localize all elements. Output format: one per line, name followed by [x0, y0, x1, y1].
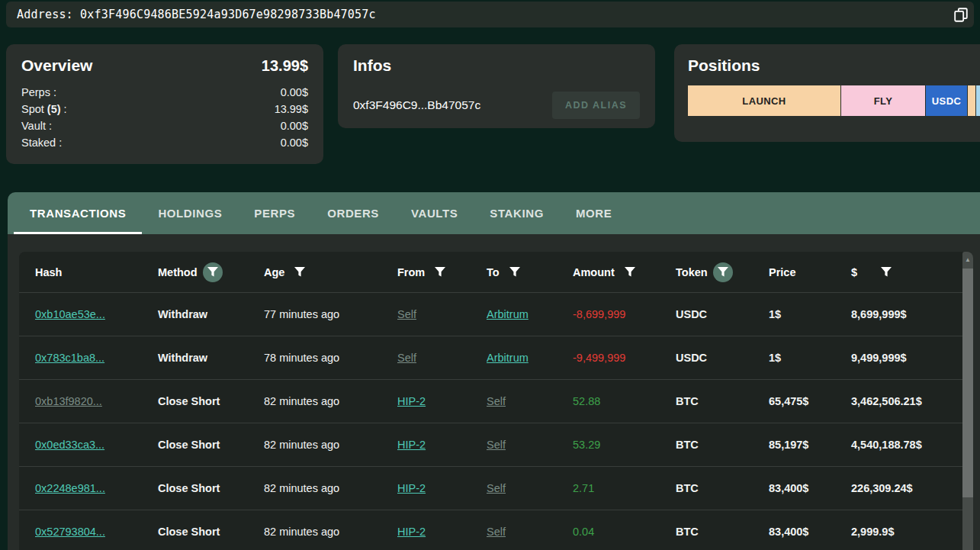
overview-row-perps: Perps : 0.00$: [21, 84, 308, 101]
tab-transactions[interactable]: TRANSACTIONS: [14, 192, 142, 234]
tx-amount: -8,699,999: [573, 308, 676, 320]
tx-from-link[interactable]: Self: [397, 308, 416, 320]
tx-to-link[interactable]: Self: [487, 526, 506, 538]
col-usd: $: [851, 266, 857, 278]
tab-staking[interactable]: STAKING: [474, 192, 560, 234]
position-segment-usdc[interactable]: USDC: [926, 85, 968, 116]
col-amount: Amount: [573, 266, 615, 278]
tx-age: 82 minutes ago: [264, 439, 397, 451]
overview-total-value: 13.99$: [262, 57, 308, 75]
table-row: 0x2248e981... Close Short 82 minutes ago…: [19, 466, 973, 510]
position-segment-extra2[interactable]: [976, 85, 980, 116]
tx-token: BTC: [676, 395, 769, 407]
table-row: 0x52793804... Close Short 82 minutes ago…: [19, 510, 973, 550]
col-token: Token: [676, 266, 708, 278]
add-alias-button[interactable]: ADD ALIAS: [552, 92, 640, 119]
tx-hash-link[interactable]: 0x0ed33ca3...: [35, 439, 104, 451]
table-row: 0xb10ae53e... Withdraw 77 minutes ago Se…: [19, 292, 973, 336]
tx-from-link[interactable]: HIP-2: [397, 482, 426, 494]
col-price: Price: [769, 266, 795, 278]
tx-from-link[interactable]: Self: [397, 352, 416, 364]
tab-orders[interactable]: ORDERS: [311, 192, 395, 234]
tx-age: 82 minutes ago: [264, 482, 397, 494]
token-filter-icon[interactable]: [713, 262, 733, 282]
infos-title: Infos: [353, 56, 640, 75]
vault-label: Vault :: [21, 117, 52, 134]
vault-value: 0.00$: [281, 117, 308, 134]
tx-usd: 8,699,999$: [851, 308, 958, 320]
col-from: From: [397, 266, 425, 278]
overview-card: Overview 13.99$ Perps : 0.00$ Spot (5) :…: [6, 44, 323, 164]
amount-filter-icon[interactable]: [620, 262, 640, 282]
tx-from-link[interactable]: HIP-2: [397, 395, 426, 407]
position-segment-extra[interactable]: [968, 85, 976, 116]
spot-label: Spot (5) :: [21, 101, 67, 117]
transactions-panel: Hash Method Age From To Amount Token Pri…: [8, 234, 980, 550]
staked-value: 0.00$: [281, 134, 308, 151]
tx-amount: 2.71: [573, 482, 676, 494]
address-bar: Address: 0xf3F496C9486BE5924a93D67e98298…: [6, 2, 974, 27]
to-filter-icon[interactable]: [505, 262, 525, 282]
infos-address-short: 0xf3F496C9...Bb47057c: [353, 98, 480, 112]
tx-usd: 226,309.24$: [851, 482, 958, 494]
tx-usd: 3,462,506.21$: [851, 395, 958, 407]
tx-token: USDC: [676, 308, 769, 320]
tx-hash-link[interactable]: 0x2248e981...: [35, 482, 105, 494]
tx-price: 65,475$: [769, 395, 851, 407]
overview-row-spot: Spot (5) : 13.99$: [21, 101, 308, 117]
tx-to-link[interactable]: Arbitrum: [487, 308, 529, 320]
tab-vaults[interactable]: VAULTS: [395, 192, 474, 234]
tx-amount: 0.04: [573, 526, 676, 538]
tx-method: Close Short: [158, 526, 264, 538]
position-segment-fly[interactable]: FLY: [841, 85, 926, 116]
scrollbar-thumb[interactable]: [962, 269, 973, 497]
tx-to-link[interactable]: Self: [487, 439, 506, 451]
scrollbar-up-arrow-icon[interactable]: ▲: [962, 252, 973, 267]
tab-more[interactable]: MORE: [560, 192, 628, 234]
tx-price: 83,400$: [769, 482, 851, 494]
tx-hash-link[interactable]: 0x52793804...: [35, 526, 105, 538]
tx-from-link[interactable]: HIP-2: [397, 439, 426, 451]
tx-method: Close Short: [158, 482, 264, 494]
tx-usd: 9,499,999$: [851, 352, 958, 364]
tx-token: BTC: [676, 526, 769, 538]
age-filter-icon[interactable]: [290, 262, 310, 282]
tx-amount: -9,499,999: [573, 352, 676, 364]
tx-price: 1$: [769, 308, 851, 320]
tx-amount: 53.29: [573, 439, 676, 451]
tab-holdings[interactable]: HOLDINGS: [142, 192, 238, 234]
tx-price: 1$: [769, 352, 851, 364]
tx-price: 85,197$: [769, 439, 851, 451]
table-header-row: Hash Method Age From To Amount Token Pri…: [19, 252, 973, 292]
tx-age: 78 minutes ago: [264, 352, 397, 364]
positions-segment-bar: LAUNCH FLY USDC: [688, 85, 980, 116]
tx-hash-link[interactable]: 0x783c1ba8...: [35, 352, 104, 364]
tx-age: 82 minutes ago: [264, 395, 397, 407]
overview-row-staked: Staked : 0.00$: [21, 134, 308, 151]
position-segment-launch[interactable]: LAUNCH: [688, 85, 841, 116]
col-age: Age: [264, 266, 284, 278]
copy-address-button[interactable]: [949, 3, 972, 26]
tx-method: Withdraw: [158, 308, 264, 320]
tx-amount: 52.88: [573, 395, 676, 407]
from-filter-icon[interactable]: [430, 262, 450, 282]
table-scrollbar[interactable]: ▲: [962, 252, 973, 550]
positions-card: Positions LAUNCH FLY USDC: [674, 44, 980, 142]
perps-value: 0.00$: [281, 84, 308, 101]
method-filter-icon[interactable]: [203, 262, 223, 282]
tx-hash-link[interactable]: 0xb10ae53e...: [35, 308, 105, 320]
tx-from-link[interactable]: HIP-2: [397, 526, 426, 538]
tx-to-link[interactable]: Arbitrum: [487, 352, 529, 364]
spot-count: (5): [47, 103, 61, 115]
tx-age: 77 minutes ago: [264, 308, 397, 320]
spot-value: 13.99$: [275, 101, 308, 117]
transactions-table: Hash Method Age From To Amount Token Pri…: [19, 252, 973, 550]
tab-perps[interactable]: PERPS: [238, 192, 311, 234]
tx-to-link[interactable]: Self: [487, 482, 506, 494]
usd-filter-icon[interactable]: [876, 262, 896, 282]
tx-hash-link[interactable]: 0xb13f9820...: [35, 395, 102, 407]
overview-row-vault: Vault : 0.00$: [21, 117, 308, 134]
tx-to-link[interactable]: Self: [487, 395, 506, 407]
tx-usd: 4,540,188.78$: [851, 439, 958, 451]
tx-price: 83,400$: [769, 526, 851, 538]
